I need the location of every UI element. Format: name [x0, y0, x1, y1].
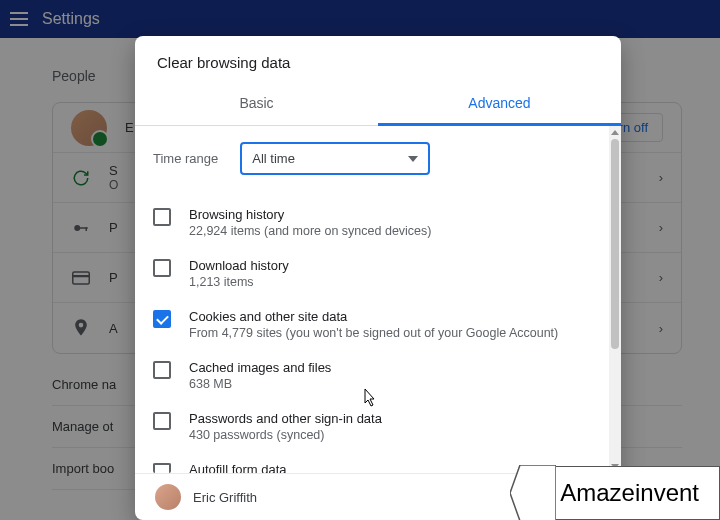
option-browsing-history[interactable]: Browsing history 22,924 items (and more … — [153, 197, 591, 248]
option-subtitle: From 4,779 sites (you won't be signed ou… — [189, 326, 558, 340]
footer-account-name: Eric Griffith — [193, 490, 257, 505]
checkbox[interactable] — [153, 463, 171, 473]
checkbox[interactable] — [153, 412, 171, 430]
tab-basic[interactable]: Basic — [135, 85, 378, 125]
checkbox[interactable] — [153, 361, 171, 379]
checkbox[interactable] — [153, 259, 171, 277]
option-passwords[interactable]: Passwords and other sign-in data 430 pas… — [153, 401, 591, 452]
time-range-value: All time — [252, 151, 295, 166]
watermark-text: Amazeinvent — [554, 479, 719, 507]
option-title: Passwords and other sign-in data — [189, 411, 382, 426]
time-range-label: Time range — [153, 151, 218, 166]
option-cookies[interactable]: Cookies and other site data From 4,779 s… — [153, 299, 591, 350]
option-download-history[interactable]: Download history 1,213 items — [153, 248, 591, 299]
option-subtitle: 638 MB — [189, 377, 331, 391]
scrollbar[interactable] — [609, 126, 621, 473]
scroll-up-icon[interactable] — [611, 130, 619, 135]
option-title: Cookies and other site data — [189, 309, 558, 324]
chevron-down-icon — [408, 156, 418, 162]
watermark: Amazeinvent — [553, 466, 720, 520]
avatar — [155, 484, 181, 510]
checkbox[interactable] — [153, 208, 171, 226]
option-cached[interactable]: Cached images and files 638 MB — [153, 350, 591, 401]
dialog-body: Time range All time Browsing history 22,… — [135, 126, 609, 473]
time-range-select[interactable]: All time — [240, 142, 430, 175]
option-subtitle: 430 passwords (synced) — [189, 428, 382, 442]
scroll-thumb[interactable] — [611, 139, 619, 349]
option-subtitle: 1,213 items — [189, 275, 289, 289]
dialog-title: Clear browsing data — [135, 36, 621, 85]
option-title: Cached images and files — [189, 360, 331, 375]
tab-advanced[interactable]: Advanced — [378, 85, 621, 126]
option-title: Autofill form data — [189, 462, 287, 473]
option-subtitle: 22,924 items (and more on synced devices… — [189, 224, 432, 238]
dialog-tabs: Basic Advanced — [135, 85, 621, 126]
option-title: Browsing history — [189, 207, 432, 222]
svg-marker-5 — [510, 465, 556, 520]
checkbox[interactable] — [153, 310, 171, 328]
time-range-row: Time range All time — [153, 142, 591, 175]
clear-browsing-data-dialog: Clear browsing data Basic Advanced Time … — [135, 36, 621, 520]
option-title: Download history — [189, 258, 289, 273]
